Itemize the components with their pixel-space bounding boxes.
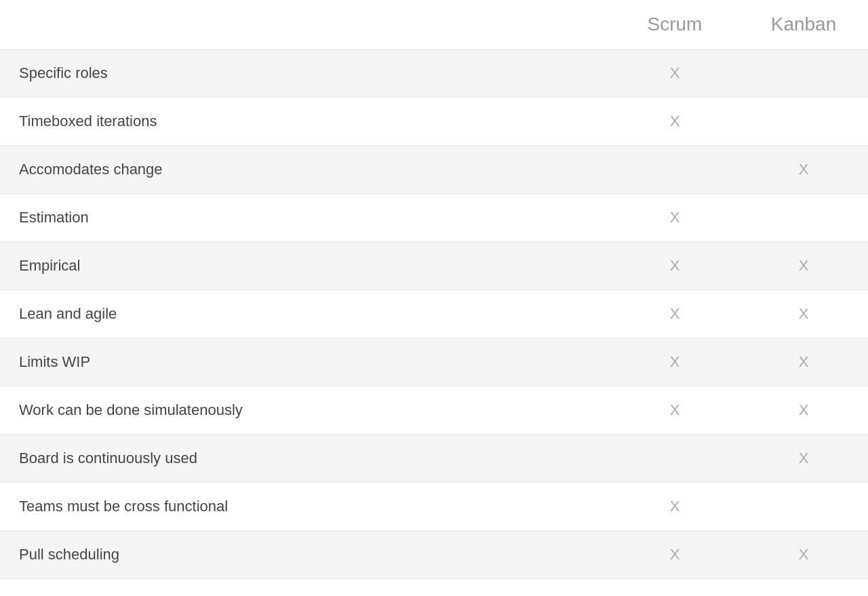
kanban-column-header: Kanban xyxy=(739,0,868,49)
feature-cell: Limits WIP xyxy=(0,338,610,386)
scrum-x-mark: X xyxy=(670,498,680,515)
kanban-cell xyxy=(739,98,868,146)
scrum-cell: X xyxy=(610,290,739,338)
table-row: Board is continuously usedX xyxy=(0,435,868,483)
scrum-cell: X xyxy=(610,194,739,242)
table-row: Work can be done simulatenouslyXX xyxy=(0,386,868,435)
kanban-cell: X xyxy=(739,290,868,338)
table-row: Teams must be cross functionalX xyxy=(0,483,868,531)
feature-cell: Empirical xyxy=(0,242,610,290)
scrum-cell xyxy=(610,146,739,194)
kanban-x-mark: X xyxy=(799,305,809,322)
scrum-cell: X xyxy=(610,98,739,146)
feature-cell: Board is continuously used xyxy=(0,435,610,483)
table-row: Specific rolesX xyxy=(0,49,868,98)
scrum-x-mark: X xyxy=(670,353,680,370)
scrum-x-mark: X xyxy=(670,546,680,563)
feature-cell: Lean and agile xyxy=(0,290,610,338)
table-row: TransparencyXX xyxy=(0,579,868,597)
scrum-x-mark: X xyxy=(670,209,680,226)
kanban-cell: X xyxy=(739,386,868,435)
feature-cell: Transparency xyxy=(0,579,610,597)
scrum-cell: X xyxy=(610,338,739,386)
scrum-cell: X xyxy=(610,386,739,435)
kanban-x-mark: X xyxy=(799,353,809,370)
kanban-cell: X xyxy=(739,531,868,579)
feature-cell: Estimation xyxy=(0,194,610,242)
comparison-table: Scrum Kanban Specific rolesXTimeboxed it… xyxy=(0,0,868,596)
scrum-x-mark: X xyxy=(670,64,680,81)
kanban-cell: X xyxy=(739,338,868,386)
table-row: EstimationX xyxy=(0,194,868,242)
kanban-cell: X xyxy=(739,242,868,290)
kanban-cell xyxy=(739,483,868,531)
kanban-cell xyxy=(739,194,868,242)
kanban-x-mark: X xyxy=(799,450,809,466)
scrum-x-mark: X xyxy=(670,401,680,418)
kanban-x-mark: X xyxy=(799,257,809,274)
scrum-column-header: Scrum xyxy=(610,0,739,49)
scrum-cell xyxy=(610,435,739,483)
kanban-x-mark: X xyxy=(799,401,809,418)
table-row: Pull schedulingXX xyxy=(0,531,868,579)
table-row: EmpiricalXX xyxy=(0,242,868,290)
scrum-x-mark: X xyxy=(670,257,680,274)
scrum-cell: X xyxy=(610,579,739,597)
table-row: Accomodates changeX xyxy=(0,146,868,194)
scrum-x-mark: X xyxy=(670,305,680,322)
kanban-cell xyxy=(739,49,868,98)
feature-column-header xyxy=(0,0,610,49)
feature-cell: Timeboxed iterations xyxy=(0,98,610,146)
scrum-cell: X xyxy=(610,242,739,290)
scrum-x-mark: X xyxy=(670,113,680,130)
feature-cell: Specific roles xyxy=(0,49,610,98)
kanban-x-mark: X xyxy=(799,546,809,563)
table-row: Lean and agileXX xyxy=(0,290,868,338)
scrum-cell: X xyxy=(610,531,739,579)
table-row: Timeboxed iterationsX xyxy=(0,98,868,146)
scrum-cell: X xyxy=(610,483,739,531)
kanban-cell: X xyxy=(739,146,868,194)
scrum-cell: X xyxy=(610,49,739,98)
table-row: Limits WIPXX xyxy=(0,338,868,386)
kanban-cell: X xyxy=(739,579,868,597)
kanban-cell: X xyxy=(739,435,868,483)
kanban-x-mark: X xyxy=(799,161,809,178)
feature-cell: Pull scheduling xyxy=(0,531,610,579)
feature-cell: Teams must be cross functional xyxy=(0,483,610,531)
feature-cell: Accomodates change xyxy=(0,146,610,194)
feature-cell: Work can be done simulatenously xyxy=(0,386,610,435)
